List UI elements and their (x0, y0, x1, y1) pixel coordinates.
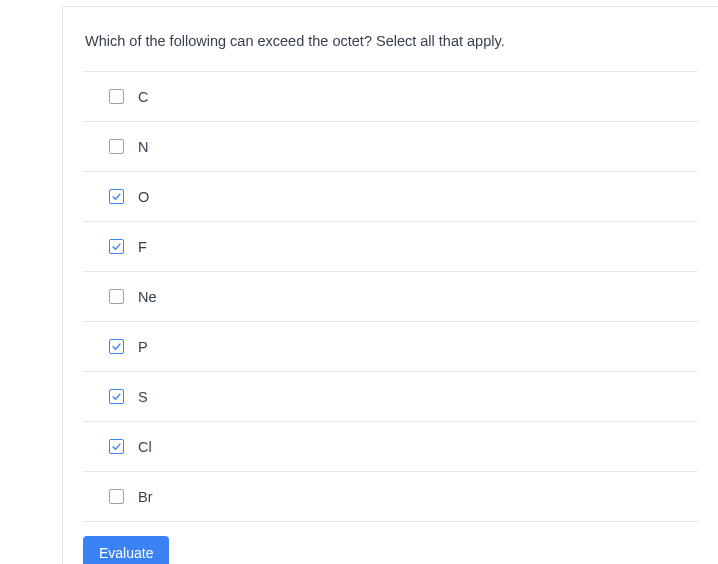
option-label: N (138, 139, 148, 155)
option-label: O (138, 189, 149, 205)
check-icon (111, 241, 122, 252)
checkbox-s[interactable] (109, 389, 124, 404)
checkbox-o[interactable] (109, 189, 124, 204)
option-row: C (83, 72, 698, 122)
option-label: Br (138, 489, 153, 505)
option-label: F (138, 239, 147, 255)
option-row: Cl (83, 422, 698, 472)
option-row: Br (83, 472, 698, 522)
check-icon (111, 391, 122, 402)
checkbox-cl[interactable] (109, 439, 124, 454)
question-panel: Which of the following can exceed the oc… (62, 6, 718, 564)
check-icon (111, 341, 122, 352)
checkbox-n[interactable] (109, 139, 124, 154)
option-row: P (83, 322, 698, 372)
option-label: S (138, 389, 148, 405)
option-label: Ne (138, 289, 157, 305)
evaluate-button[interactable]: Evaluate (83, 536, 169, 564)
option-label: Cl (138, 439, 152, 455)
checkbox-p[interactable] (109, 339, 124, 354)
check-icon (111, 441, 122, 452)
option-row: N (83, 122, 698, 172)
checkbox-c[interactable] (109, 89, 124, 104)
option-list: C N O F Ne (83, 71, 698, 522)
checkbox-f[interactable] (109, 239, 124, 254)
option-row: O (83, 172, 698, 222)
option-label: P (138, 339, 148, 355)
checkbox-br[interactable] (109, 489, 124, 504)
check-icon (111, 191, 122, 202)
option-row: S (83, 372, 698, 422)
option-row: Ne (83, 272, 698, 322)
checkbox-ne[interactable] (109, 289, 124, 304)
option-label: C (138, 89, 148, 105)
question-text: Which of the following can exceed the oc… (83, 33, 698, 49)
option-row: F (83, 222, 698, 272)
